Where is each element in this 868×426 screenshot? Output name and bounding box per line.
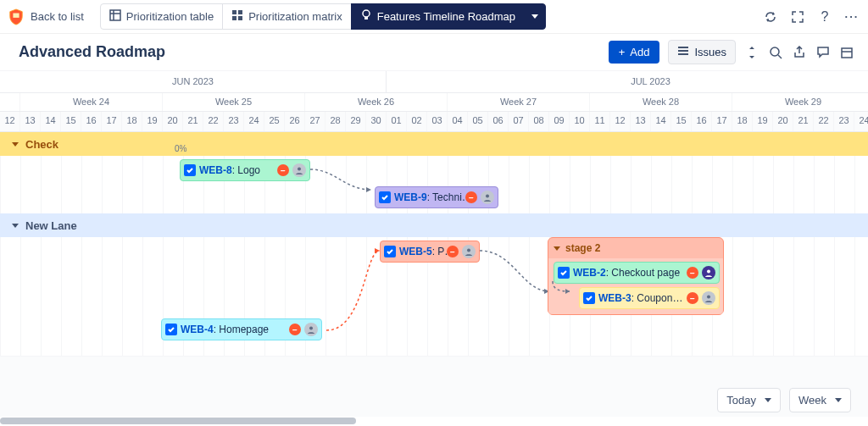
fullscreen-icon[interactable]: [790, 9, 805, 25]
assignee-avatar: [702, 291, 715, 305]
priority-icon: −: [277, 164, 289, 176]
scrollbar-thumb[interactable]: [0, 418, 356, 424]
task-checkbox-icon: [384, 246, 396, 257]
card-text: : Coupon…: [632, 292, 683, 304]
lane-body-check: 0% WEB-8 : Logo − WEB-9 : Technic… −: [0, 156, 868, 213]
week-header: Week 26: [305, 93, 448, 111]
tab-prioritization-table[interactable]: Prioritization table: [100, 3, 223, 30]
lane-body-newlane: WEB-5 : Pr… − stage 2 WEB-2 : Checkout p…: [0, 237, 868, 356]
timeline-weeks: Week 24Week 25Week 26Week 27Week 28Week …: [0, 93, 868, 112]
tab-prioritization-matrix[interactable]: Prioritization matrix: [222, 3, 352, 30]
card-web-5[interactable]: WEB-5 : Pr… −: [380, 241, 480, 263]
card-text: : Checkout page: [606, 267, 680, 279]
svg-point-19: [467, 249, 470, 252]
day-header: 25: [264, 112, 285, 131]
stage-group[interactable]: stage 2 WEB-2 : Checkout page − WEB-3 : …: [548, 237, 724, 315]
day-header: 08: [529, 112, 549, 131]
card-web-2[interactable]: WEB-2 : Checkout page −: [554, 262, 720, 284]
day-header: 14: [651, 112, 671, 131]
card-web-9[interactable]: WEB-9 : Technic… −: [375, 186, 498, 208]
timeline-months: JUN 2023JUL 2023: [0, 71, 868, 93]
lane-name: New Lane: [25, 219, 77, 232]
back-text: Back to list: [31, 10, 84, 23]
assignee-avatar: [292, 163, 306, 177]
day-header: 16: [692, 112, 712, 131]
card-text: : Homepage: [214, 324, 269, 335]
svg-rect-1: [110, 10, 120, 20]
svg-point-8: [363, 10, 370, 17]
day-header: 17: [102, 112, 122, 131]
table-icon: [109, 9, 121, 24]
svg-rect-11: [678, 50, 688, 52]
lane-header-check[interactable]: Check: [0, 132, 868, 156]
share-icon[interactable]: [792, 46, 807, 59]
issues-label: Issues: [694, 46, 726, 58]
matrix-icon: [231, 9, 243, 24]
today-label: Today: [726, 394, 756, 407]
card-web-8[interactable]: WEB-8 : Logo −: [180, 159, 310, 181]
task-checkbox-icon: [165, 324, 177, 335]
day-header: 14: [41, 112, 61, 131]
day-header: 23: [224, 112, 244, 131]
app-icon: [8, 8, 24, 25]
list-icon: [677, 45, 689, 59]
day-header: 15: [671, 112, 692, 131]
card-web-4[interactable]: WEB-4 : Homepage −: [161, 318, 322, 340]
day-header: 27: [305, 112, 326, 131]
comment-icon[interactable]: [815, 46, 831, 59]
day-header: 13: [20, 112, 41, 131]
today-dropdown[interactable]: Today: [717, 388, 781, 412]
assignee-avatar: [702, 266, 715, 279]
chevron-down-icon: [531, 14, 538, 19]
day-header: 22: [814, 112, 834, 131]
tab-features-timeline-roadmap[interactable]: Features Timeline Roadmap: [351, 3, 525, 30]
day-header: 28: [326, 112, 346, 131]
tab-more-dropdown[interactable]: [524, 3, 546, 30]
task-checkbox-icon: [184, 164, 196, 176]
add-button[interactable]: + Add: [609, 41, 660, 64]
svg-rect-0: [13, 13, 19, 17]
calendar-icon[interactable]: [839, 46, 854, 59]
card-web-3[interactable]: WEB-3 : Coupon… −: [579, 287, 720, 309]
day-header: 16: [81, 112, 102, 131]
svg-point-21: [707, 296, 710, 299]
priority-icon: −: [289, 324, 301, 335]
issues-button[interactable]: Issues: [668, 40, 736, 64]
month-header: JUL 2023: [387, 71, 868, 92]
progress-pct: 0%: [175, 144, 186, 153]
sync-icon[interactable]: [763, 9, 778, 25]
day-header: 04: [448, 112, 468, 131]
day-header: 17: [712, 112, 732, 131]
svg-rect-15: [842, 48, 852, 58]
week-header: Week 24: [20, 93, 163, 111]
day-header: 20: [163, 112, 183, 131]
day-header: 18: [122, 112, 142, 131]
svg-point-22: [309, 327, 313, 330]
horizontal-scrollbar[interactable]: [0, 416, 868, 426]
back-to-list-link[interactable]: Back to list: [8, 8, 84, 25]
assignee-avatar: [481, 191, 494, 204]
card-key: WEB-8: [199, 164, 232, 176]
day-header: 21: [793, 112, 814, 131]
svg-point-18: [486, 195, 489, 198]
svg-rect-7: [238, 16, 242, 20]
search-icon[interactable]: [768, 46, 783, 59]
expand-vertical-icon[interactable]: [744, 46, 760, 59]
month-header: JUN 2023: [0, 71, 387, 92]
svg-rect-4: [232, 10, 236, 14]
day-header: 18: [732, 112, 753, 131]
assignee-avatar: [462, 245, 476, 258]
priority-icon: −: [687, 267, 698, 279]
scale-dropdown[interactable]: Week: [789, 388, 851, 412]
svg-rect-12: [678, 53, 688, 55]
lanes-container: Check 0% WEB-8 : Logo − WEB-9 : Technic……: [0, 132, 868, 417]
day-header: 19: [142, 112, 163, 131]
card-text: : Logo: [232, 164, 260, 176]
help-icon[interactable]: ?: [817, 9, 832, 25]
task-checkbox-icon: [379, 191, 391, 203]
more-icon[interactable]: ···: [844, 9, 860, 25]
week-header: Week 28: [590, 93, 732, 111]
day-header: 07: [509, 112, 529, 131]
lane-header-newlane[interactable]: New Lane: [0, 213, 868, 237]
svg-point-17: [298, 168, 301, 171]
